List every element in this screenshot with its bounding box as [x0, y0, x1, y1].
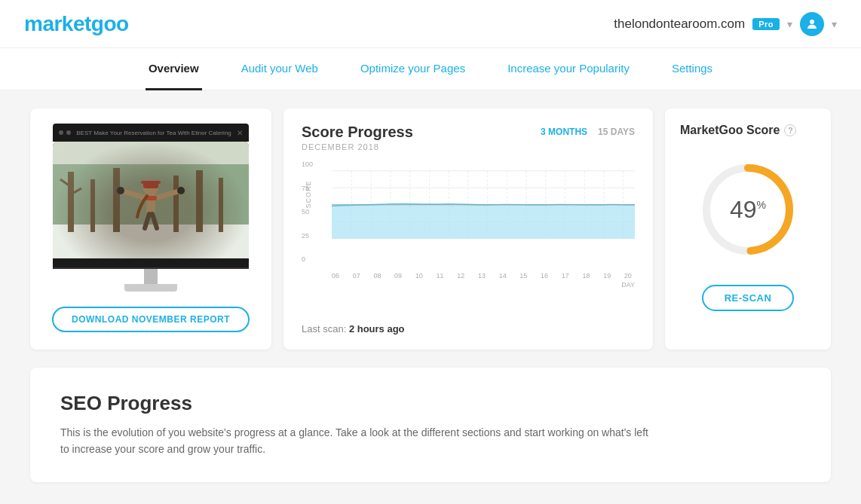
monitor-wrap: BEST Make Your Reservation for Tea With … — [53, 124, 249, 292]
svg-rect-6 — [113, 168, 120, 232]
x-label-18: 18 — [582, 272, 590, 279]
last-scan-prefix: Last scan: — [302, 323, 349, 334]
x-label-09: 09 — [394, 272, 402, 279]
svg-rect-22 — [145, 196, 157, 200]
x-label-11: 11 — [437, 272, 444, 279]
user-chevron-icon[interactable]: ▾ — [832, 18, 837, 30]
period-3months-button[interactable]: 3 MONTHS — [541, 127, 587, 137]
last-scan-time: 2 hours ago — [349, 323, 405, 334]
website-preview-image — [53, 142, 249, 258]
x-label-10: 10 — [415, 272, 423, 279]
x-axis-label: DAY — [332, 281, 635, 289]
x-label-06: 06 — [332, 272, 339, 279]
main-nav: Overview Audit your Web Optimize your Pa… — [0, 48, 861, 90]
monitor-neck — [144, 269, 158, 284]
svg-rect-4 — [68, 172, 74, 232]
svg-line-16 — [121, 191, 146, 198]
preview-svg — [53, 142, 249, 258]
nav-item-audit[interactable]: Audit your Web — [238, 48, 321, 90]
nav-item-popularity[interactable]: Increase your Popularity — [504, 48, 633, 90]
svg-rect-9 — [219, 178, 223, 232]
preview-card: BEST Make Your Reservation for Tea With … — [30, 108, 271, 350]
svg-rect-14 — [143, 181, 158, 188]
svg-line-11 — [71, 188, 81, 194]
x-label-07: 07 — [353, 272, 360, 279]
main-content: BEST Make Your Reservation for Tea With … — [0, 90, 861, 500]
header: marketgoo thelondontearoom.com Pro ▾ ▾ — [0, 0, 861, 48]
chevron-down-icon[interactable]: ▾ — [787, 18, 792, 30]
header-right: thelondontearoom.com Pro ▾ ▾ — [614, 12, 837, 36]
svg-rect-3 — [53, 225, 249, 258]
x-label-17: 17 — [562, 272, 569, 279]
svg-point-19 — [177, 187, 185, 194]
svg-rect-12 — [146, 193, 155, 214]
rescan-button[interactable]: RE-SCAN — [702, 285, 795, 311]
y-label-25: 25 — [302, 232, 313, 240]
marketgoo-score-card: MarketGoo Score ? 49% RE-SCAN — [665, 108, 831, 350]
info-icon[interactable]: ? — [784, 124, 796, 136]
svg-point-0 — [810, 20, 814, 24]
user-icon — [805, 17, 819, 31]
x-label-16: 16 — [541, 272, 548, 279]
avatar[interactable] — [800, 12, 824, 36]
svg-point-13 — [143, 181, 158, 196]
x-label-12: 12 — [457, 272, 464, 279]
svg-rect-1 — [53, 142, 249, 258]
score-chart-svg — [332, 160, 635, 266]
svg-line-21 — [152, 214, 157, 228]
svg-rect-5 — [90, 179, 95, 232]
score-donut: 49% — [695, 157, 801, 262]
score-value: 49% — [730, 196, 766, 224]
logo: marketgoo — [24, 12, 129, 36]
nav-item-overview[interactable]: Overview — [146, 48, 202, 90]
monitor-close-icon: ✕ — [237, 129, 243, 137]
download-report-button[interactable]: DOWNLOAD NOVEMBER REPORT — [52, 307, 250, 332]
svg-line-10 — [60, 179, 71, 187]
nav-item-settings[interactable]: Settings — [669, 48, 715, 90]
monitor-dot-1 — [59, 130, 63, 135]
seo-progress-card: SEO Progress This is the evolution of yo… — [30, 368, 831, 482]
cards-row: BEST Make Your Reservation for Tea With … — [30, 108, 831, 350]
domain-name: thelondontearoom.com — [614, 17, 745, 32]
svg-line-17 — [155, 191, 181, 198]
monitor-base — [124, 284, 177, 292]
monitor-stand — [53, 269, 249, 292]
svg-rect-15 — [141, 181, 161, 184]
x-label-14: 14 — [499, 272, 507, 279]
x-label-15: 15 — [519, 272, 527, 279]
monitor-dot-2 — [66, 130, 71, 135]
x-label-20: 20 — [624, 272, 632, 279]
seo-progress-description: This is the evolution of you website's p… — [60, 424, 648, 458]
score-progress-title: Score Progress — [302, 124, 413, 141]
monitor-bezel — [53, 258, 249, 269]
monitor-title-bar: BEST Make Your Reservation for Tea With … — [74, 130, 234, 136]
last-scan: Last scan: 2 hours ago — [302, 323, 635, 334]
pro-badge: Pro — [752, 18, 780, 30]
svg-rect-2 — [53, 164, 249, 258]
score-progress-card: Score Progress DECEMBER 2018 3 MONTHS 15… — [283, 108, 653, 350]
svg-rect-7 — [173, 176, 179, 232]
svg-rect-8 — [196, 170, 203, 232]
svg-line-20 — [145, 214, 149, 228]
nav-item-optimize[interactable]: Optimize your Pages — [357, 48, 468, 90]
x-label-19: 19 — [603, 272, 611, 279]
y-label-100: 100 — [302, 160, 313, 168]
y-label-75: 75 — [302, 185, 313, 192]
monitor-bar: BEST Make Your Reservation for Tea With … — [53, 124, 249, 142]
score-month: DECEMBER 2018 — [302, 142, 413, 151]
y-label-0: 0 — [302, 255, 313, 263]
x-label-08: 08 — [373, 272, 381, 279]
period-15days-button[interactable]: 15 DAYS — [598, 127, 635, 137]
marketgoo-score-title: MarketGoo Score ? — [680, 124, 796, 137]
y-label-50: 50 — [302, 208, 313, 215]
seo-progress-title: SEO Progress — [60, 392, 801, 415]
x-label-13: 13 — [478, 272, 486, 279]
monitor-screen — [53, 142, 249, 258]
svg-point-18 — [117, 187, 124, 194]
